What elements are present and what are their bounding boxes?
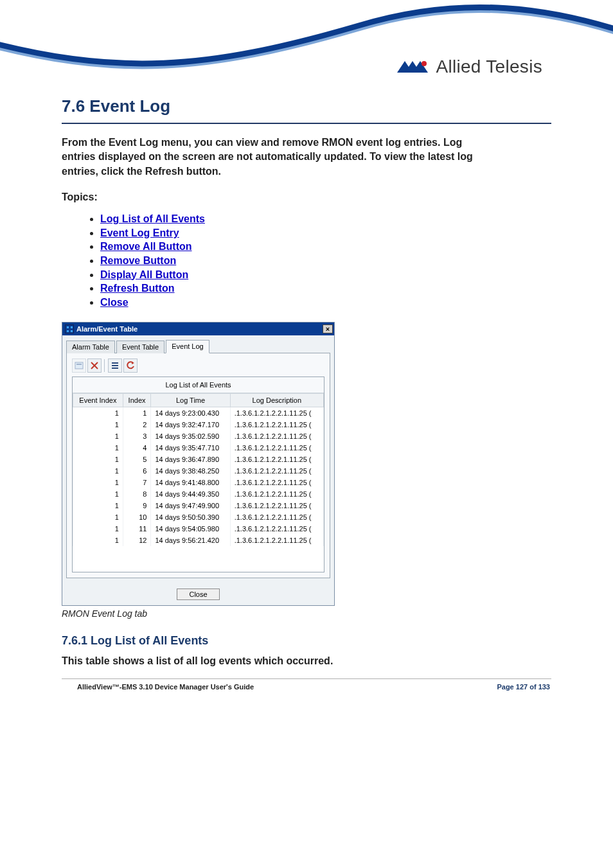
table-row[interactable]: 1114 days 9:23:00.430.1.3.6.1.2.1.2.2.1.… (73, 407, 324, 420)
table-row[interactable]: 11114 days 9:54:05.980.1.3.6.1.2.1.2.2.1… (73, 523, 324, 535)
cell-event-index: 1 (73, 500, 123, 511)
cell-log-time: 14 days 9:35:02.590 (151, 430, 230, 442)
table-row[interactable]: 1414 days 9:35:47.710.1.3.6.1.2.1.2.2.1.… (73, 442, 324, 454)
list-icon (111, 361, 120, 370)
cell-event-index: 1 (73, 465, 123, 477)
section-rule (62, 123, 551, 124)
tab-event-table[interactable]: Event Table (116, 341, 164, 353)
refresh-button[interactable] (123, 359, 138, 373)
tab-label: Event Log (172, 342, 204, 350)
cell-index: 6 (123, 465, 151, 477)
cell-log-description: .1.3.6.1.2.1.2.2.1.11.25 ( (230, 523, 323, 535)
cell-index: 7 (123, 477, 151, 488)
tab-label: Event Table (122, 343, 159, 351)
cell-log-description: .1.3.6.1.2.1.2.2.1.11.25 ( (230, 454, 323, 465)
subsection-title: 7.6.1 Log List of All Events (62, 634, 551, 648)
cell-event-index: 1 (73, 477, 123, 488)
table-row[interactable]: 11214 days 9:56:21.420.1.3.6.1.2.1.2.2.1… (73, 535, 324, 546)
content: 7.6 Event Log From the Event Log menu, y… (0, 84, 613, 691)
cell-log-description: .1.3.6.1.2.1.2.2.1.11.25 ( (230, 477, 323, 488)
cell-log-description: .1.3.6.1.2.1.2.2.1.11.25 ( (230, 500, 323, 511)
topic-link-refresh[interactable]: Refresh Button (100, 283, 175, 294)
figure-caption: RMON Event Log tab (62, 608, 551, 619)
col-log-time[interactable]: Log Time (151, 394, 230, 407)
cell-log-time: 14 days 9:23:00.430 (151, 407, 230, 420)
remove-button[interactable] (87, 359, 102, 373)
cell-index: 9 (123, 500, 151, 511)
table-header-row: Event Index Index Log Time Log Descripti… (73, 394, 324, 407)
cell-index: 2 (123, 419, 151, 430)
topic-link-event-log-entry[interactable]: Event Log Entry (100, 227, 179, 238)
col-log-description[interactable]: Log Description (230, 394, 323, 407)
col-index[interactable]: Index (123, 394, 151, 407)
table-row[interactable]: 1814 days 9:44:49.350.1.3.6.1.2.1.2.2.1.… (73, 488, 324, 500)
cell-event-index: 1 (73, 442, 123, 454)
topic-link-remove[interactable]: Remove Button (100, 255, 176, 266)
close-button[interactable]: Close (177, 589, 219, 600)
cell-log-time: 14 days 9:41:48.800 (151, 477, 230, 488)
tab-strip: Alarm Table Event Table Event Log (62, 335, 334, 353)
cell-index: 3 (123, 430, 151, 442)
svg-point-3 (422, 61, 427, 66)
window-app-icon (65, 324, 74, 333)
page: Allied Telesis 7.6 Event Log From the Ev… (0, 0, 613, 868)
display-all-button[interactable] (72, 359, 86, 373)
window-title: Alarm/Event Table (76, 325, 138, 333)
tab-event-log[interactable]: Event Log (166, 340, 209, 353)
footer-rule (62, 678, 551, 679)
table-row[interactable]: 1914 days 9:47:49.900.1.3.6.1.2.1.2.2.1.… (73, 500, 324, 511)
topic-item: Refresh Button (100, 281, 551, 296)
header-swoosh: Allied Telesis (0, 0, 613, 84)
cell-log-description: .1.3.6.1.2.1.2.2.1.11.25 ( (230, 430, 323, 442)
cell-log-description: .1.3.6.1.2.1.2.2.1.11.25 ( (230, 465, 323, 477)
display-all-icon (75, 361, 84, 370)
cell-log-time: 14 days 9:32:47.170 (151, 419, 230, 430)
cell-log-description: .1.3.6.1.2.1.2.2.1.11.25 ( (230, 407, 323, 420)
list-button[interactable] (108, 359, 122, 373)
topic-link-display-all[interactable]: Display All Button (100, 269, 188, 280)
topics-list: Log List of All Events Event Log Entry R… (100, 212, 551, 309)
svg-rect-4 (75, 362, 83, 369)
tab-panel: Log List of All Events Event Index Index… (66, 353, 330, 578)
screenshot-figure: Alarm/Event Table × Alarm Table Event Ta… (62, 322, 551, 619)
tab-alarm-table[interactable]: Alarm Table (66, 341, 115, 353)
titlebar: Alarm/Event Table × (62, 323, 334, 335)
cell-index: 10 (123, 511, 151, 523)
topic-item: Event Log Entry (100, 226, 551, 240)
topic-item: Close (100, 296, 551, 310)
cell-log-time: 14 days 9:54:05.980 (151, 523, 230, 535)
topic-item: Display All Button (100, 268, 551, 282)
topic-item: Remove All Button (100, 240, 551, 254)
cell-event-index: 1 (73, 454, 123, 465)
cell-event-index: 1 (73, 511, 123, 523)
window-close-button[interactable]: × (323, 324, 333, 333)
brand-logo-icon (397, 60, 431, 74)
cell-log-time: 14 days 9:50:50.390 (151, 511, 230, 523)
subsection-intro: This table shows a list of all log event… (62, 655, 551, 667)
cell-log-description: .1.3.6.1.2.1.2.2.1.11.25 ( (230, 442, 323, 454)
table-row[interactable]: 1214 days 9:32:47.170.1.3.6.1.2.1.2.2.1.… (73, 419, 324, 430)
cell-event-index: 1 (73, 488, 123, 500)
topic-item: Remove Button (100, 254, 551, 268)
cell-log-time: 14 days 9:36:47.890 (151, 454, 230, 465)
cell-log-time: 14 days 9:35:47.710 (151, 442, 230, 454)
topic-link-log-list[interactable]: Log List of All Events (100, 213, 205, 224)
brand: Allied Telesis (397, 57, 542, 77)
refresh-icon (126, 361, 135, 370)
cell-log-description: .1.3.6.1.2.1.2.2.1.11.25 ( (230, 419, 323, 430)
svg-rect-5 (76, 364, 82, 365)
section-intro: From the Event Log menu, you can view an… (62, 136, 473, 179)
table-title: Log List of All Events (73, 377, 324, 393)
cell-log-time: 14 days 9:38:48.250 (151, 465, 230, 477)
tab-label: Alarm Table (72, 343, 109, 351)
col-event-index[interactable]: Event Index (73, 394, 123, 407)
cell-log-time: 14 days 9:44:49.350 (151, 488, 230, 500)
table-row[interactable]: 1714 days 9:41:48.800.1.3.6.1.2.1.2.2.1.… (73, 477, 324, 488)
table-row[interactable]: 1314 days 9:35:02.590.1.3.6.1.2.1.2.2.1.… (73, 430, 324, 442)
topic-link-remove-all[interactable]: Remove All Button (100, 241, 192, 252)
table-row[interactable]: 11014 days 9:50:50.390.1.3.6.1.2.1.2.2.1… (73, 511, 324, 523)
table-row[interactable]: 1614 days 9:38:48.250.1.3.6.1.2.1.2.2.1.… (73, 465, 324, 477)
footer-page-number: Page 127 of 133 (497, 683, 550, 691)
table-row[interactable]: 1514 days 9:36:47.890.1.3.6.1.2.1.2.2.1.… (73, 454, 324, 465)
topic-link-close[interactable]: Close (100, 297, 129, 308)
